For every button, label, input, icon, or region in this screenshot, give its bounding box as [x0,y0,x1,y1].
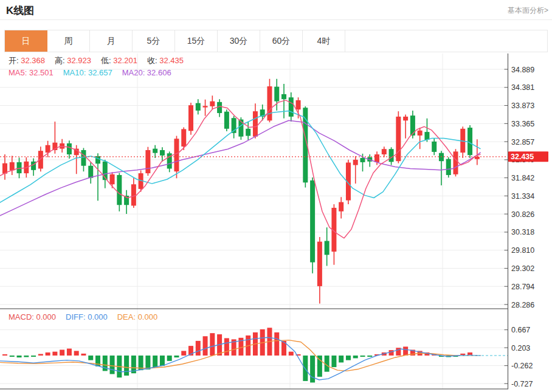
macd-bar [203,336,208,356]
macd-bar [346,356,351,360]
macd-bar [331,356,336,367]
candle [389,149,394,162]
macd-bar [110,356,115,374]
candle [174,139,179,171]
tab-month[interactable]: 月 [90,30,133,52]
candle [188,105,193,131]
ma5-line [0,100,480,238]
tab-30min[interactable]: 30分 [218,30,260,52]
candle [203,106,208,107]
y-axis-labels: 34.88934.38133.87333.36532.85732.34931.8… [511,66,534,388]
header-divider [0,19,552,20]
macd-histogram [2,328,472,382]
candle [210,101,215,106]
candle [403,117,408,120]
candle [310,181,315,263]
y-axis-label: -0.727 [511,380,533,388]
candle [95,156,100,163]
macd-bar [224,338,229,356]
candle [267,86,272,120]
current-price-badge: 32.435 [508,151,548,162]
ma-legend-ma5: MA5: 32.501 [9,68,53,77]
macd-legend-dea: DEA: 0.000 [117,312,158,322]
candle [60,143,64,149]
y-axis-label: 0.667 [511,326,530,334]
y-axis-label: 29.810 [511,246,534,255]
candle [131,184,136,205]
y-axis-label: 30.826 [511,210,534,219]
candle [17,162,22,173]
y-axis-label: 34.889 [511,66,534,74]
macd-bar [367,356,372,357]
candle [446,159,451,175]
macd-bar [353,356,358,358]
candle [424,132,429,140]
macd-bar [274,332,279,356]
candle [246,129,250,136]
macd-bar [17,356,22,357]
y-axis-label: 29.302 [511,264,534,273]
macd-bar [174,356,179,357]
candle [88,166,93,178]
candle [181,129,186,146]
y-axis-label: 31.334 [511,192,534,201]
y-axis-label: 31.842 [511,174,534,182]
candle [281,94,286,99]
page-title: K线图 [6,4,34,18]
tab-day[interactable]: 日 [5,30,47,52]
tab-15min[interactable]: 15分 [175,30,218,52]
candle [396,117,401,161]
macd-bar [339,356,343,362]
macd-bar [310,356,315,382]
candle [432,142,436,152]
candle [160,150,165,156]
candle [81,150,86,166]
kline-chart[interactable]: 34.88934.38133.87333.36532.85732.34931.8… [0,53,552,392]
candle [382,149,387,154]
macd-bar [24,356,29,357]
candle [325,241,329,255]
kline-widget: K线图 基本面分析> 日周月5分15分30分60分4时 开: 32.368高: … [0,0,552,392]
ohlc-legend-high: 高: 32.923 [55,56,91,65]
candle [196,103,201,111]
tab-week[interactable]: 周 [47,30,90,52]
macd-bar [153,356,157,367]
macd-bar [31,356,36,357]
candle [475,157,480,159]
y-axis-label: 33.873 [511,101,534,110]
ohlc-legend-close: 收: 32.435 [147,56,184,65]
ma-legend-ma20: MA20: 32.606 [122,68,171,77]
y-axis-label: 28.286 [511,301,534,309]
tab-60min[interactable]: 60分 [260,30,303,52]
candle [317,242,322,286]
candle [67,143,72,154]
candle [467,128,472,155]
candle [110,174,115,184]
candle [10,162,15,170]
ma-legend-ma10: MA10: 32.657 [63,68,112,77]
y-axis-label: 33.365 [511,120,534,128]
interval-tabbar: 日周月5分15分30分60分4时 [4,30,548,52]
macd-legend-macd: MACD: 0.000 [9,312,56,322]
macd-bar [361,356,365,357]
candle [296,100,301,109]
macd-bar [389,350,394,356]
ohlc-legend-low: 低: 32.201 [101,56,137,65]
macd-bar [38,354,43,356]
fundamental-analysis-link[interactable]: 基本面分析> [508,5,548,16]
y-axis-label: 0.203 [511,344,530,352]
macd-bar [403,346,408,356]
candles-layer [2,79,480,304]
macd-bar [52,352,57,356]
tab-4hour[interactable]: 4时 [303,30,345,52]
macd-bar [145,356,150,370]
y-axis-label: 34.381 [511,83,534,92]
candle [289,97,294,117]
candle [361,158,365,162]
tab-5min[interactable]: 5分 [133,30,175,52]
macd-bar [10,356,15,357]
macd-bar [88,356,93,360]
candle [418,131,423,136]
candle [374,154,379,162]
y-axis-label: 30.318 [511,228,534,236]
